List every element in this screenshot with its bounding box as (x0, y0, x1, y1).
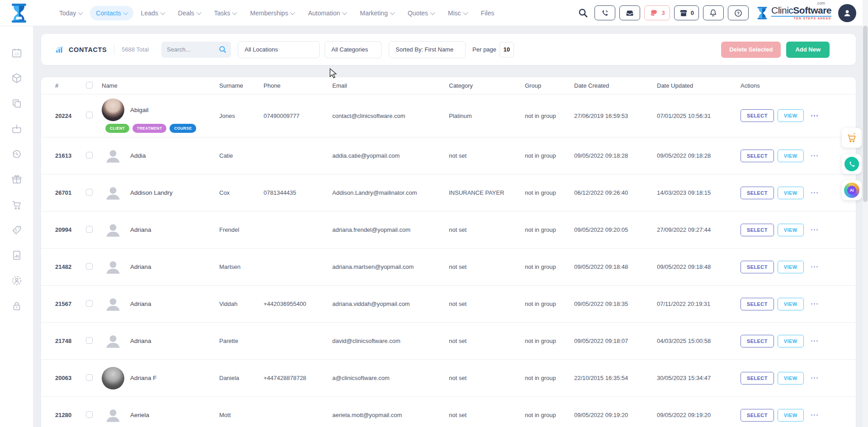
select-button[interactable]: SELECT (741, 187, 774, 199)
nav-tasks[interactable]: Tasks (208, 6, 243, 20)
row-actions: SELECT VIEW (741, 150, 856, 162)
more-options-icon[interactable] (811, 155, 818, 157)
row-checkbox[interactable] (86, 300, 93, 307)
inbox-button[interactable] (619, 5, 640, 20)
page-title: CONTACTS (69, 46, 107, 53)
select-button[interactable]: SELECT (741, 224, 774, 236)
history-icon[interactable] (11, 148, 23, 160)
nav-memberships[interactable]: Memberships (244, 6, 300, 20)
chevron-down-icon (342, 9, 347, 14)
view-button[interactable]: VIEW (778, 224, 804, 236)
row-checkbox[interactable] (86, 411, 93, 418)
contact-id: 20994 (55, 226, 86, 233)
search-icon[interactable] (578, 8, 589, 19)
nav-files[interactable]: Files (475, 6, 500, 20)
select-button[interactable]: SELECT (741, 298, 774, 310)
more-options-icon[interactable] (811, 229, 818, 231)
select-button[interactable]: SELECT (741, 409, 774, 422)
delete-selected-button[interactable]: Delete Selected (721, 42, 781, 58)
nav-contacts[interactable]: Contacts (90, 6, 133, 20)
more-options-icon[interactable] (811, 414, 818, 416)
sort-filter[interactable]: Sorted By: First Name (389, 41, 466, 58)
contact-category: not set (449, 375, 525, 381)
view-button[interactable]: VIEW (778, 187, 804, 199)
search-submit-icon[interactable] (218, 45, 227, 54)
row-checkbox[interactable] (86, 112, 93, 118)
contact-category: not set (449, 338, 525, 344)
row-checkbox[interactable] (86, 226, 93, 233)
badge-treatment[interactable]: TREATMENT (132, 124, 166, 133)
view-button[interactable]: VIEW (778, 261, 804, 273)
more-options-icon[interactable] (811, 115, 818, 117)
view-button[interactable]: VIEW (778, 335, 804, 347)
contact-name: Addison Landry (130, 189, 173, 196)
basket-download-icon[interactable] (11, 123, 23, 135)
table-row: 21482 Adriana Martsen adriana.martsen@yo… (41, 249, 856, 286)
more-options-icon[interactable] (811, 377, 818, 379)
nav-today[interactable]: Today (53, 6, 88, 20)
quick-cart-button[interactable] (842, 128, 862, 148)
account-icon[interactable] (11, 275, 23, 286)
hourglass-logo-icon[interactable] (10, 3, 28, 23)
select-button[interactable]: SELECT (741, 261, 774, 273)
cart-icon[interactable] (11, 199, 23, 211)
nav-marketing[interactable]: Marketing (354, 6, 400, 20)
per-page-value[interactable]: 10 (500, 42, 514, 57)
avatar (102, 404, 124, 427)
dialer-button[interactable] (594, 5, 615, 20)
badge-course[interactable]: COURSE (170, 124, 196, 133)
more-options-icon[interactable] (811, 266, 818, 268)
package-icon[interactable] (11, 72, 23, 84)
nav-leads[interactable]: Leads (135, 6, 170, 20)
more-options-icon[interactable] (811, 340, 818, 342)
view-button[interactable]: VIEW (778, 109, 804, 122)
view-button[interactable]: VIEW (778, 372, 804, 385)
date-created: 09/05/2022 09:18:35 (574, 300, 657, 307)
notifications-button[interactable] (703, 5, 724, 20)
row-checkbox[interactable] (86, 337, 93, 344)
select-button[interactable]: SELECT (741, 109, 774, 122)
nav-label: Contacts (96, 9, 121, 17)
store-count-badge: 0 (691, 9, 694, 16)
badge-client[interactable]: CLIENT (105, 124, 129, 133)
more-options-icon[interactable] (811, 192, 818, 194)
ai-assistant-button[interactable]: AI (842, 180, 862, 200)
categories-filter[interactable]: All Categories (325, 41, 382, 58)
scrollbar-thumb[interactable] (863, 26, 868, 202)
price-tag-icon[interactable]: $ (11, 224, 23, 236)
nav-label: Leads (141, 9, 158, 17)
more-options-icon[interactable] (811, 303, 818, 305)
user-menu-button[interactable] (838, 4, 856, 22)
date-updated: 27/09/2022 09:27:44 (657, 226, 741, 233)
lock-icon[interactable] (11, 300, 23, 312)
nav-deals[interactable]: Deals (172, 6, 207, 20)
gift-icon[interactable] (11, 174, 23, 185)
view-button[interactable]: VIEW (778, 298, 804, 310)
nav-automation[interactable]: Automation (302, 6, 352, 20)
view-button[interactable]: VIEW (778, 409, 804, 422)
contact-email: Addison.Landry@mailinator.com (332, 189, 449, 196)
quick-call-button[interactable] (842, 154, 862, 174)
locations-filter[interactable]: All Locations (238, 41, 320, 58)
contacts-table: #NameSurnamePhoneEmailCategoryGroupDate … (41, 77, 856, 427)
select-button[interactable]: SELECT (741, 150, 774, 162)
nav-quotes[interactable]: Quotes (402, 6, 440, 20)
select-all-checkbox[interactable] (86, 82, 93, 89)
row-checkbox[interactable] (86, 189, 93, 196)
store-button[interactable]: 0 (674, 5, 699, 20)
row-checkbox[interactable] (86, 374, 93, 381)
select-button[interactable]: SELECT (741, 335, 774, 347)
chat-button[interactable]: 3 (644, 5, 670, 20)
nav-misc[interactable]: Misc (442, 6, 473, 20)
add-new-button[interactable]: Add New (786, 42, 830, 58)
report-icon[interactable] (11, 249, 23, 261)
view-button[interactable]: VIEW (778, 150, 804, 162)
help-button[interactable]: ? (728, 5, 749, 20)
select-button[interactable]: SELECT (741, 372, 774, 385)
row-checkbox[interactable] (86, 263, 93, 270)
copy-icon[interactable] (11, 98, 23, 109)
calendar-12-icon[interactable]: 12 (11, 47, 23, 59)
row-checkbox[interactable] (86, 152, 93, 159)
contact-group: not in group (525, 300, 574, 307)
contact-surname: Cox (219, 189, 264, 196)
